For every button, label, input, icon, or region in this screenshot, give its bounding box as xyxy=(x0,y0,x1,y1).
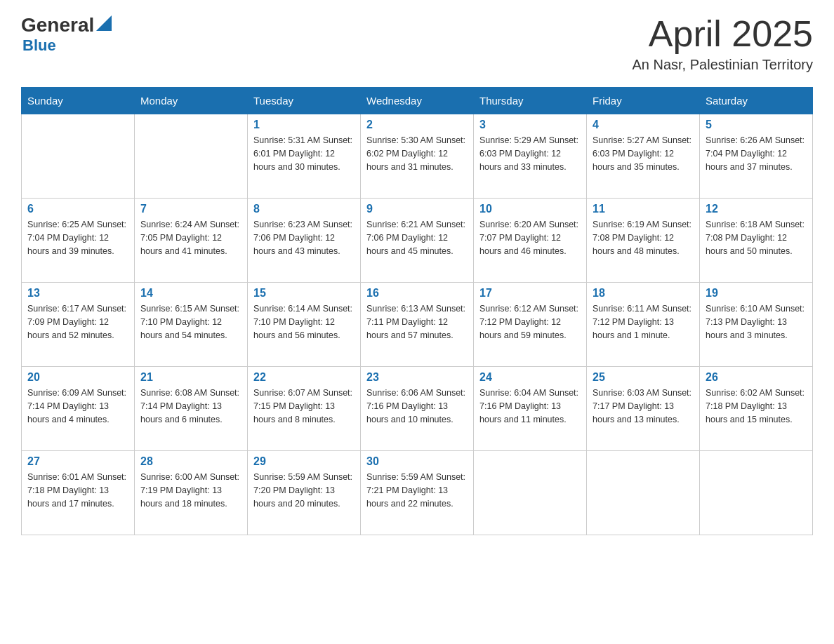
day-info: Sunrise: 6:10 AM Sunset: 7:13 PM Dayligh… xyxy=(706,302,807,342)
calendar-cell: 20Sunrise: 6:09 AM Sunset: 7:14 PM Dayli… xyxy=(22,367,135,451)
page-header: General Blue April 2025 An Nasr, Palesti… xyxy=(21,14,813,73)
day-info: Sunrise: 6:15 AM Sunset: 7:10 PM Dayligh… xyxy=(140,302,241,342)
day-number: 18 xyxy=(593,287,694,300)
day-header-tuesday: Tuesday xyxy=(248,88,361,114)
day-number: 7 xyxy=(140,203,241,215)
svg-marker-0 xyxy=(96,15,112,31)
day-number: 30 xyxy=(366,455,468,468)
day-number: 13 xyxy=(27,287,128,300)
calendar-cell: 27Sunrise: 6:01 AM Sunset: 7:18 PM Dayli… xyxy=(22,451,135,535)
day-number: 20 xyxy=(27,371,128,384)
day-info: Sunrise: 6:09 AM Sunset: 7:14 PM Dayligh… xyxy=(27,387,128,426)
calendar-cell: 19Sunrise: 6:10 AM Sunset: 7:13 PM Dayli… xyxy=(700,283,813,367)
day-header-monday: Monday xyxy=(135,88,248,114)
calendar-cell: 26Sunrise: 6:02 AM Sunset: 7:18 PM Dayli… xyxy=(700,367,813,451)
day-info: Sunrise: 5:31 AM Sunset: 6:01 PM Dayligh… xyxy=(253,134,355,173)
day-info: Sunrise: 6:00 AM Sunset: 7:19 PM Dayligh… xyxy=(140,471,241,510)
calendar-cell: 15Sunrise: 6:14 AM Sunset: 7:10 PM Dayli… xyxy=(248,283,361,367)
calendar-cell: 16Sunrise: 6:13 AM Sunset: 7:11 PM Dayli… xyxy=(361,283,474,367)
calendar-cell: 3Sunrise: 5:29 AM Sunset: 6:03 PM Daylig… xyxy=(474,114,587,199)
day-number: 17 xyxy=(479,287,581,300)
day-info: Sunrise: 5:30 AM Sunset: 6:02 PM Dayligh… xyxy=(366,134,468,173)
calendar-cell: 12Sunrise: 6:18 AM Sunset: 7:08 PM Dayli… xyxy=(700,199,813,283)
day-info: Sunrise: 6:02 AM Sunset: 7:18 PM Dayligh… xyxy=(706,387,807,426)
day-info: Sunrise: 6:03 AM Sunset: 7:17 PM Dayligh… xyxy=(593,387,694,426)
calendar-cell xyxy=(22,114,135,199)
calendar-cell: 2Sunrise: 5:30 AM Sunset: 6:02 PM Daylig… xyxy=(361,114,474,199)
calendar-cell: 8Sunrise: 6:23 AM Sunset: 7:06 PM Daylig… xyxy=(248,199,361,283)
day-number: 10 xyxy=(479,203,581,215)
calendar-body: 1Sunrise: 5:31 AM Sunset: 6:01 PM Daylig… xyxy=(22,114,813,535)
day-info: Sunrise: 6:01 AM Sunset: 7:18 PM Dayligh… xyxy=(27,471,128,510)
day-info: Sunrise: 6:21 AM Sunset: 7:06 PM Dayligh… xyxy=(366,218,468,257)
day-info: Sunrise: 6:12 AM Sunset: 7:12 PM Dayligh… xyxy=(479,302,581,342)
calendar-header: SundayMondayTuesdayWednesdayThursdayFrid… xyxy=(22,88,813,114)
day-number: 25 xyxy=(593,371,694,384)
day-number: 16 xyxy=(366,287,468,300)
calendar-cell: 11Sunrise: 6:19 AM Sunset: 7:08 PM Dayli… xyxy=(587,199,700,283)
logo-general: General xyxy=(21,14,94,36)
day-number: 28 xyxy=(140,455,241,468)
day-number: 29 xyxy=(253,455,355,468)
day-number: 8 xyxy=(253,203,355,215)
calendar-cell xyxy=(474,451,587,535)
calendar-cell: 25Sunrise: 6:03 AM Sunset: 7:17 PM Dayli… xyxy=(587,367,700,451)
calendar-cell: 1Sunrise: 5:31 AM Sunset: 6:01 PM Daylig… xyxy=(248,114,361,199)
day-info: Sunrise: 6:18 AM Sunset: 7:08 PM Dayligh… xyxy=(706,218,807,257)
calendar-cell: 7Sunrise: 6:24 AM Sunset: 7:05 PM Daylig… xyxy=(135,199,248,283)
day-info: Sunrise: 6:11 AM Sunset: 7:12 PM Dayligh… xyxy=(593,302,694,342)
calendar-cell: 23Sunrise: 6:06 AM Sunset: 7:16 PM Dayli… xyxy=(361,367,474,451)
day-info: Sunrise: 5:29 AM Sunset: 6:03 PM Dayligh… xyxy=(479,134,581,173)
calendar-cell: 24Sunrise: 6:04 AM Sunset: 7:16 PM Dayli… xyxy=(474,367,587,451)
day-info: Sunrise: 6:20 AM Sunset: 7:07 PM Dayligh… xyxy=(479,218,581,257)
week-row-5: 27Sunrise: 6:01 AM Sunset: 7:18 PM Dayli… xyxy=(22,451,813,535)
calendar-cell: 22Sunrise: 6:07 AM Sunset: 7:15 PM Dayli… xyxy=(248,367,361,451)
day-number: 26 xyxy=(706,371,807,384)
week-row-2: 6Sunrise: 6:25 AM Sunset: 7:04 PM Daylig… xyxy=(22,199,813,283)
day-info: Sunrise: 6:14 AM Sunset: 7:10 PM Dayligh… xyxy=(253,302,355,342)
calendar-title: April 2025 xyxy=(632,14,813,54)
calendar-cell: 9Sunrise: 6:21 AM Sunset: 7:06 PM Daylig… xyxy=(361,199,474,283)
day-info: Sunrise: 6:13 AM Sunset: 7:11 PM Dayligh… xyxy=(366,302,468,342)
day-info: Sunrise: 6:17 AM Sunset: 7:09 PM Dayligh… xyxy=(27,302,128,342)
calendar-cell: 10Sunrise: 6:20 AM Sunset: 7:07 PM Dayli… xyxy=(474,199,587,283)
calendar-cell: 6Sunrise: 6:25 AM Sunset: 7:04 PM Daylig… xyxy=(22,199,135,283)
calendar-cell: 18Sunrise: 6:11 AM Sunset: 7:12 PM Dayli… xyxy=(587,283,700,367)
day-info: Sunrise: 6:04 AM Sunset: 7:16 PM Dayligh… xyxy=(479,387,581,426)
week-row-1: 1Sunrise: 5:31 AM Sunset: 6:01 PM Daylig… xyxy=(22,114,813,199)
calendar-subtitle: An Nasr, Palestinian Territory xyxy=(632,57,813,73)
day-number: 11 xyxy=(593,203,694,215)
day-info: Sunrise: 5:27 AM Sunset: 6:03 PM Dayligh… xyxy=(593,134,694,173)
day-number: 27 xyxy=(27,455,128,468)
calendar-cell xyxy=(700,451,813,535)
day-header-wednesday: Wednesday xyxy=(361,88,474,114)
calendar-cell: 13Sunrise: 6:17 AM Sunset: 7:09 PM Dayli… xyxy=(22,283,135,367)
week-row-3: 13Sunrise: 6:17 AM Sunset: 7:09 PM Dayli… xyxy=(22,283,813,367)
calendar-cell: 30Sunrise: 5:59 AM Sunset: 7:21 PM Dayli… xyxy=(361,451,474,535)
day-number: 12 xyxy=(706,203,807,215)
day-number: 14 xyxy=(140,287,241,300)
day-info: Sunrise: 6:07 AM Sunset: 7:15 PM Dayligh… xyxy=(253,387,355,426)
days-of-week-row: SundayMondayTuesdayWednesdayThursdayFrid… xyxy=(22,88,813,114)
day-info: Sunrise: 5:59 AM Sunset: 7:21 PM Dayligh… xyxy=(366,471,468,510)
title-section: April 2025 An Nasr, Palestinian Territor… xyxy=(632,14,813,73)
week-row-4: 20Sunrise: 6:09 AM Sunset: 7:14 PM Dayli… xyxy=(22,367,813,451)
day-header-sunday: Sunday xyxy=(22,88,135,114)
day-info: Sunrise: 6:25 AM Sunset: 7:04 PM Dayligh… xyxy=(27,218,128,257)
day-header-saturday: Saturday xyxy=(700,88,813,114)
calendar-cell: 5Sunrise: 6:26 AM Sunset: 7:04 PM Daylig… xyxy=(700,114,813,199)
day-info: Sunrise: 6:24 AM Sunset: 7:05 PM Dayligh… xyxy=(140,218,241,257)
calendar-table: SundayMondayTuesdayWednesdayThursdayFrid… xyxy=(21,87,813,535)
calendar-cell: 29Sunrise: 5:59 AM Sunset: 7:20 PM Dayli… xyxy=(248,451,361,535)
day-number: 5 xyxy=(706,119,807,131)
day-number: 2 xyxy=(366,119,468,131)
calendar-cell: 21Sunrise: 6:08 AM Sunset: 7:14 PM Dayli… xyxy=(135,367,248,451)
day-number: 4 xyxy=(593,119,694,131)
logo-blue: Blue xyxy=(22,36,112,55)
logo: General Blue xyxy=(21,14,112,55)
calendar-cell xyxy=(135,114,248,199)
day-number: 9 xyxy=(366,203,468,215)
day-number: 21 xyxy=(140,371,241,384)
day-number: 15 xyxy=(253,287,355,300)
day-number: 23 xyxy=(366,371,468,384)
